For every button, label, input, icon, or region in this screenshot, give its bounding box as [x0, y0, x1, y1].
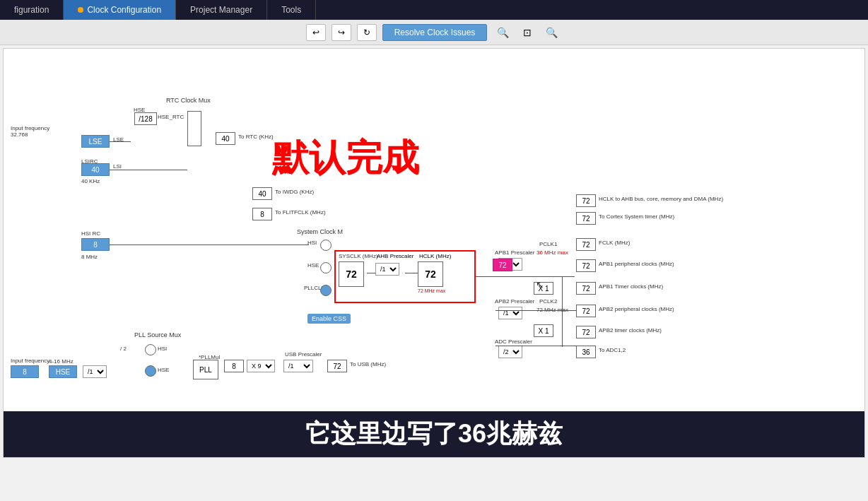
to-usb-label: To USB (MHz) — [350, 361, 386, 367]
pll-block: PLL — [193, 360, 218, 379]
usb-prescaler-label: USB Prescaler — [285, 351, 322, 358]
to-iwdg-val: 40 — [252, 187, 272, 200]
tab-clock-config[interactable]: Clock Configuration — [64, 0, 176, 20]
to-flit-label: To FLITFCLK (MHz) — [275, 209, 326, 216]
tab-project-manager[interactable]: Project Manager — [176, 0, 267, 20]
ahb-inner-label: AHB Prescaler — [377, 253, 414, 259]
hsi-pll-label: HSI — [158, 346, 167, 352]
pllmul-label: *PLLMul — [199, 354, 220, 360]
adc-prescaler-label: ADC Prescaler — [495, 338, 532, 345]
line-hclk-apb1 — [495, 276, 575, 277]
tab-configuration[interactable]: figuration — [0, 0, 64, 20]
lsirc-label: LSIRC — [81, 158, 98, 165]
undo-button[interactable]: ↩ — [306, 24, 326, 41]
x9-select-wrap: X 9X 2X 3 — [247, 360, 275, 372]
clock-diagram: 默认完成 RTC Clock Mux Input frequency 32.76… — [4, 49, 864, 457]
line-hclk-out — [476, 276, 495, 277]
hclk-out-arrow — [4, 49, 25, 49]
hclk-max-label: 72 MHz max — [418, 288, 445, 293]
to-adc-label: To ADC1,2 — [599, 347, 626, 353]
lsirc-unit: 40 KHz — [81, 178, 100, 184]
fclk-val: 72 — [576, 238, 596, 251]
input-freq-bottom-block: 8 — [11, 365, 39, 378]
pll-source-mux-label: PLL Source Mux — [134, 331, 181, 338]
hse-div1-select[interactable]: /1/2 — [83, 365, 107, 378]
div128-block: /128 — [134, 112, 157, 125]
mux-pllclk-circle — [320, 285, 332, 296]
apb2-periph-val: 72 — [576, 305, 596, 317]
line-lse-mux — [110, 141, 131, 142]
hse-rtc-label: HSE — [134, 107, 145, 113]
ahb-select-wrap: /1/2/4 — [375, 263, 399, 276]
line-hsi-sys — [110, 244, 309, 245]
refresh-button[interactable]: ↻ — [357, 24, 377, 41]
enable-css-button[interactable]: Enable CSS — [307, 314, 351, 324]
resolve-clock-button[interactable]: Resolve Clock Issues — [382, 24, 488, 41]
line-hclk-adc — [495, 346, 577, 346]
apb2-prescaler-select[interactable]: /1/2/4 — [498, 307, 522, 319]
line-vertical-main — [562, 276, 563, 347]
to-adc-val: 36 — [576, 346, 596, 358]
system-clock-mux-label: System Clock M — [297, 228, 343, 235]
cursor-pointer: ↖ — [536, 279, 544, 290]
pclk1-pink-block: 72 — [493, 259, 512, 271]
x9-select[interactable]: X 9X 2X 3 — [247, 360, 275, 372]
apb2-timer-label: APB2 timer clocks (MHz) — [599, 327, 662, 334]
hsi-div2-label: / 2 — [120, 346, 127, 352]
zoom-out-icon[interactable]: 🔍 — [493, 25, 513, 40]
ahb-arrow — [405, 273, 419, 273]
rtc-mux-shape — [187, 111, 201, 146]
hse-div1-wrap: /1/2 — [83, 365, 107, 378]
pclk1-label: PCLK1 — [539, 241, 557, 247]
highlight-box: SYSCLK (MHz) 72 AHB Prescaler /1/2/4 HCL… — [334, 250, 476, 303]
hse-mux-label: HSE — [307, 262, 319, 269]
usb-prescaler-wrap: /1/1.5 — [283, 360, 313, 372]
overlay-bottom-text: 它这里边写了36兆赫兹 — [4, 411, 864, 457]
apb2-prescaler-wrap: /1/2/4 — [498, 307, 522, 319]
hclk-val-block: 72 — [418, 261, 443, 287]
pclk1-max: 36 MHz max — [536, 249, 568, 256]
toolbar: ↩ ↪ ↻ Resolve Clock Issues 🔍 ⊡ 🔍 — [0, 20, 868, 45]
pll-hse-circle — [145, 365, 156, 377]
main-content: 默认完成 RTC Clock Mux Input frequency 32.76… — [3, 48, 865, 458]
x1-apb2-block: X 1 — [534, 324, 553, 337]
hse-rtc-right: HSE_RTC — [158, 114, 184, 120]
lse-block: LSE — [81, 135, 110, 148]
ahb-prescaler-select[interactable]: /1/2/4 — [375, 263, 399, 276]
apb2-prescaler-label: APB2 Prescaler — [495, 298, 534, 305]
apb1-timer-val: 72 — [576, 282, 596, 295]
tab-pm-label: Project Manager — [190, 5, 252, 15]
input-freq-bottom-label: Input frequency — [11, 358, 49, 364]
hclk-ahb-val: 72 — [576, 194, 596, 207]
apb1-periph-val: 72 — [576, 259, 596, 272]
usb-prescaler-select[interactable]: /1/1.5 — [283, 360, 313, 372]
line-lsi-mux — [110, 170, 187, 170]
apb2-periph-label: APB2 peripheral clocks (MHz) — [599, 306, 674, 312]
adc-prescaler-wrap: /2/4/6/8 — [498, 346, 522, 358]
pll-hsi-circle — [145, 344, 156, 355]
to-cortex-label: To Cortex System timer (MHz) — [599, 213, 674, 220]
freq-range-bottom: 4-16 MHz — [49, 358, 74, 365]
pclk2-label: PCLK2 — [539, 298, 557, 305]
zoom-in-icon[interactable]: 🔍 — [541, 25, 562, 40]
apb1-prescaler-label: APB1 Prescaler — [495, 249, 534, 256]
adc-prescaler-select[interactable]: /2/4/6/8 — [498, 346, 522, 358]
to-flit-val: 8 — [252, 208, 272, 220]
redo-button[interactable]: ↪ — [332, 24, 351, 41]
hse-bottom-block: HSE — [49, 365, 77, 378]
mux-hse-circle — [320, 262, 332, 273]
fit-icon[interactable]: ⊡ — [519, 25, 536, 40]
hsirc-label: HSI RC — [81, 230, 100, 237]
tab-tools[interactable]: Tools — [267, 0, 316, 20]
tab-tools-label: Tools — [281, 5, 301, 15]
to-cortex-val: 72 — [576, 212, 596, 225]
lsi-right-label: LSI — [113, 163, 122, 170]
tab-config-label: figuration — [14, 5, 49, 15]
to-usb-val: 72 — [327, 360, 347, 372]
line-hclk-apb2 — [495, 310, 577, 311]
hsi-mux-label: HSI — [307, 240, 317, 246]
fclk-label: FCLK (MHz) — [599, 240, 630, 246]
top-nav-bar: figuration Clock Configuration Project M… — [0, 0, 868, 20]
to-iwdg-label: To IWDG (KHz) — [275, 189, 314, 195]
mux-hsi-circle — [320, 240, 332, 251]
